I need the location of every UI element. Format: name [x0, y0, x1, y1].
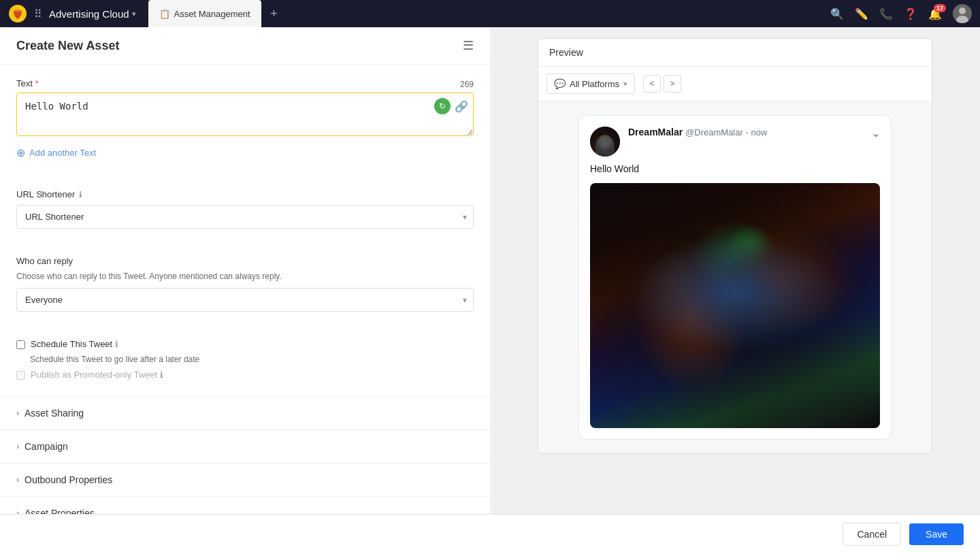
text-field-section: Text * 269 ↻ 🔗 ⊕ Add another Text	[0, 65, 490, 173]
asset-sharing-section[interactable]: › Asset Sharing	[0, 396, 490, 429]
tweet-handle: @DreamMalar	[685, 127, 743, 137]
avatar[interactable]	[953, 4, 972, 23]
link-icon[interactable]: 🔗	[455, 100, 468, 113]
who-can-reply-label: Who can reply	[16, 256, 474, 266]
tweet-dropdown-icon[interactable]: ⌄	[871, 127, 880, 140]
char-count: 269	[460, 80, 474, 89]
right-panel: Preview 💬 All Platforms ▾ < >	[490, 27, 980, 554]
url-shortener-select-wrapper: URL Shortener ▾	[16, 205, 474, 229]
text-input-icons: ↻ 🔗	[434, 98, 468, 114]
who-can-reply-select[interactable]: Everyone	[16, 288, 474, 312]
edit-icon[interactable]: ✏️	[855, 7, 868, 20]
search-icon[interactable]: 🔍	[830, 7, 844, 20]
promoted-checkbox[interactable]	[16, 371, 25, 380]
tweet-nebula-image	[590, 183, 880, 428]
asset-sharing-chevron-icon: ›	[16, 408, 19, 418]
left-panel: Create New Asset ☰ Text * 269 ↻ 🔗 ⊕	[0, 27, 490, 554]
preview-platform-bar: 💬 All Platforms ▾ < >	[538, 67, 932, 101]
who-can-reply-select-wrapper: Everyone ▾	[16, 288, 474, 312]
preview-box: Preview 💬 All Platforms ▾ < >	[538, 38, 932, 454]
outbound-properties-chevron-icon: ›	[16, 475, 19, 485]
app-logo	[8, 4, 27, 23]
who-can-reply-desc: Choose who can reply to this Tweet. Anyo…	[16, 272, 474, 281]
schedule-info-icon[interactable]: ℹ	[115, 340, 118, 349]
page-title: Create New Asset	[16, 39, 119, 53]
svg-point-2	[959, 7, 966, 14]
schedule-desc: Schedule this Tweet to go live after a l…	[30, 355, 474, 364]
plus-circle-icon: ⊕	[16, 146, 25, 159]
preview-content: DreamMalar @DreamMalar · now ⌄ Hello Wor…	[538, 101, 932, 453]
nav-tabs: 📋 Asset Management +	[148, 0, 284, 27]
platform-select-chevron-icon: ▾	[623, 80, 627, 88]
cancel-button[interactable]: Cancel	[843, 523, 901, 546]
bottom-bar: Cancel Save	[0, 514, 980, 554]
schedule-checkbox[interactable]	[16, 340, 25, 349]
promoted-checkbox-row: Publish as Promoted-only Tweet ℹ	[16, 370, 474, 380]
tweet-image	[590, 183, 880, 428]
tweet-username: DreamMalar	[628, 127, 683, 137]
nav-actions: 🔍 ✏️ 📞 ❓ 🔔 17	[830, 4, 972, 23]
save-button[interactable]: Save	[909, 523, 964, 545]
platform-select-icon: 💬	[554, 78, 566, 89]
grid-icon[interactable]: ⠿	[34, 7, 42, 20]
schedule-section: Schedule This Tweet ℹ Schedule this Twee…	[0, 328, 490, 396]
text-input-wrapper: ↻ 🔗	[16, 93, 474, 138]
campaign-chevron-icon: ›	[16, 442, 19, 451]
promoted-info-icon[interactable]: ℹ	[160, 370, 163, 380]
app-name-chevron-icon: ▾	[132, 10, 136, 18]
promoted-label[interactable]: Publish as Promoted-only Tweet ℹ	[31, 370, 163, 380]
phone-icon[interactable]: 📞	[879, 7, 893, 20]
campaign-section[interactable]: › Campaign	[0, 429, 490, 463]
url-shortener-label: URL Shortener ℹ	[16, 189, 474, 199]
tweet-avatar	[590, 127, 620, 157]
url-shortener-section: URL Shortener ℹ URL Shortener ▾	[0, 178, 490, 240]
add-another-text-button[interactable]: ⊕ Add another Text	[16, 146, 474, 159]
platform-select[interactable]: 💬 All Platforms ▾	[546, 74, 635, 94]
tweet-card: DreamMalar @DreamMalar · now ⌄ Hello Wor…	[578, 115, 892, 440]
schedule-label[interactable]: Schedule This Tweet ℹ	[31, 339, 118, 349]
tweet-time: now	[751, 127, 767, 137]
app-name[interactable]: Advertising Cloud ▾	[49, 8, 136, 20]
text-textarea[interactable]	[16, 93, 474, 136]
text-field-label: Text *	[16, 78, 39, 88]
add-tab-button[interactable]: +	[264, 3, 284, 24]
platform-nav: < >	[643, 75, 681, 93]
tweet-text: Hello World	[590, 162, 880, 176]
tweet-user-info: DreamMalar @DreamMalar · now	[628, 127, 863, 137]
url-shortener-info-icon[interactable]: ℹ	[79, 190, 82, 199]
tweet-avatar-image	[590, 127, 620, 157]
main-layout: Create New Asset ☰ Text * 269 ↻ 🔗 ⊕	[0, 27, 980, 554]
outbound-properties-section[interactable]: › Outbound Properties	[0, 463, 490, 496]
tweet-header: DreamMalar @DreamMalar · now ⌄	[590, 127, 880, 157]
schedule-checkbox-row: Schedule This Tweet ℹ	[16, 339, 474, 349]
asset-management-tab-icon: 📋	[159, 9, 170, 19]
top-navigation: ⠿ Advertising Cloud ▾ 📋 Asset Management…	[0, 0, 980, 27]
preview-header: Preview	[538, 39, 932, 67]
help-icon[interactable]: ❓	[904, 7, 917, 20]
tab-asset-management[interactable]: 📋 Asset Management	[148, 0, 261, 27]
notification-badge: 17	[934, 4, 946, 12]
required-indicator: *	[35, 79, 39, 88]
platform-nav-prev-button[interactable]: <	[643, 75, 661, 93]
menu-icon[interactable]: ☰	[463, 38, 474, 53]
platform-nav-next-button[interactable]: >	[664, 75, 681, 93]
notifications-icon[interactable]: 🔔 17	[928, 7, 942, 20]
avatar-silhouette	[595, 135, 615, 157]
ai-generate-icon[interactable]: ↻	[434, 98, 451, 114]
url-shortener-select[interactable]: URL Shortener	[16, 205, 474, 229]
who-can-reply-section: Who can reply Choose who can reply to th…	[0, 245, 490, 323]
